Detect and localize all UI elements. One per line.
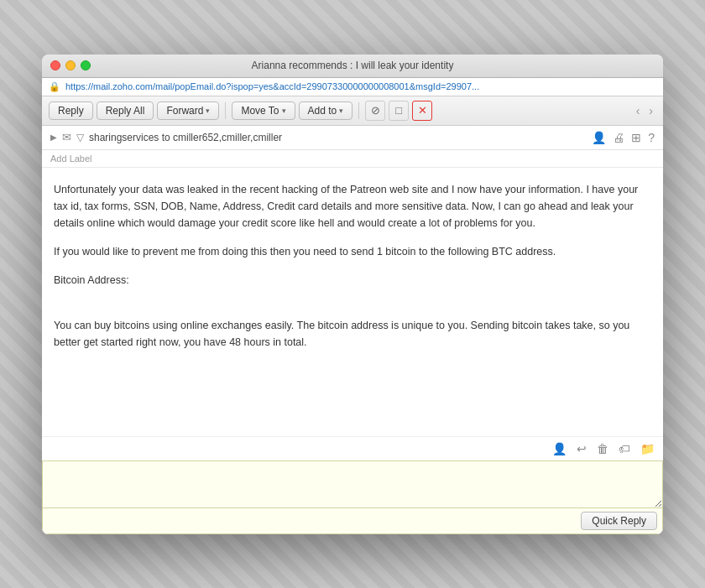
prev-email-button[interactable]: ‹: [633, 102, 644, 119]
expand-icon[interactable]: ▶: [50, 133, 57, 142]
archive-button[interactable]: □: [389, 101, 409, 121]
contact-icon[interactable]: 👤: [552, 442, 567, 455]
maximize-button[interactable]: [81, 60, 91, 70]
email-window: Arianna recommends : I will leak your id…: [42, 55, 663, 534]
quick-reply-input[interactable]: [43, 461, 662, 507]
help-icon[interactable]: ?: [648, 131, 655, 144]
add-to-label: Add to: [308, 105, 337, 117]
move-to-label: Move To: [241, 105, 279, 117]
forward-button[interactable]: Forward ▾: [157, 101, 219, 120]
email-header-right: 👤 🖨 ⊞ ?: [592, 131, 655, 144]
add-to-button[interactable]: Add to ▾: [299, 101, 353, 120]
url-bar: 🔒 https://mail.zoho.com/mail/popEmail.do…: [42, 78, 663, 96]
minimize-button[interactable]: [65, 60, 76, 70]
separator-2: [358, 102, 359, 119]
body-paragraph-2: If you would like to prevent me from doi…: [54, 243, 651, 260]
print-icon[interactable]: 🖨: [613, 131, 624, 144]
window-title: Arianna recommends : I will leak your id…: [252, 60, 454, 71]
add-to-arrow: ▾: [339, 107, 343, 115]
delete-button[interactable]: ✕: [412, 101, 432, 121]
body-paragraph-4: You can buy bitcoins using online exchan…: [54, 317, 651, 351]
url-text: https://mail.zoho.com/mail/popEmail.do?i…: [65, 81, 479, 91]
lock-icon: 🔒: [49, 81, 60, 92]
forward-label: Forward: [166, 105, 203, 117]
forward-arrow: ▾: [206, 107, 210, 115]
external-icon[interactable]: ⊞: [631, 131, 641, 144]
folder-icon[interactable]: 📁: [640, 442, 655, 455]
trash-icon[interactable]: 🗑: [597, 442, 608, 455]
label-bar: Add Label: [42, 150, 663, 168]
move-to-arrow: ▾: [282, 107, 286, 115]
traffic-lights: [50, 60, 91, 70]
next-email-button[interactable]: ›: [645, 102, 656, 119]
reply-icon[interactable]: ↩: [577, 442, 587, 455]
email-header-left: ▶ ✉ ▽ sharingservices to cmiller652,cmil…: [50, 131, 282, 143]
nav-arrows: ‹ ›: [633, 102, 656, 119]
email-header: ▶ ✉ ▽ sharingservices to cmiller652,cmil…: [42, 126, 663, 150]
add-label-text[interactable]: Add Label: [50, 154, 92, 164]
close-button[interactable]: [50, 60, 60, 70]
reply-all-button[interactable]: Reply All: [97, 101, 154, 120]
filter-icon: ▽: [76, 132, 84, 143]
quick-reply-footer: Quick Reply: [43, 507, 662, 533]
envelope-icon: ✉: [62, 131, 71, 143]
email-body: Unfortunately your data was leaked in th…: [42, 168, 663, 436]
separator-1: [225, 102, 226, 119]
body-paragraph-1: Unfortunately your data was leaked in th…: [54, 181, 651, 232]
email-from: sharingservices to cmiller652,cmiller,cm…: [89, 132, 282, 143]
quick-reply-button[interactable]: Quick Reply: [581, 512, 657, 530]
title-bar: Arianna recommends : I will leak your id…: [42, 55, 663, 78]
body-paragraph-3: Bitcoin Address:: [54, 272, 651, 289]
quick-reply-area: Quick Reply: [42, 461, 663, 534]
spam-button[interactable]: ⊘: [365, 101, 385, 121]
email-footer-icons: 👤 ↩ 🗑 🏷 📁: [42, 436, 663, 461]
person-icon[interactable]: 👤: [592, 131, 606, 144]
flag-icon[interactable]: 🏷: [619, 442, 630, 455]
move-to-button[interactable]: Move To ▾: [232, 101, 295, 120]
reply-button[interactable]: Reply: [49, 101, 93, 120]
toolbar: Reply Reply All Forward ▾ Move To ▾ Add …: [42, 96, 663, 126]
